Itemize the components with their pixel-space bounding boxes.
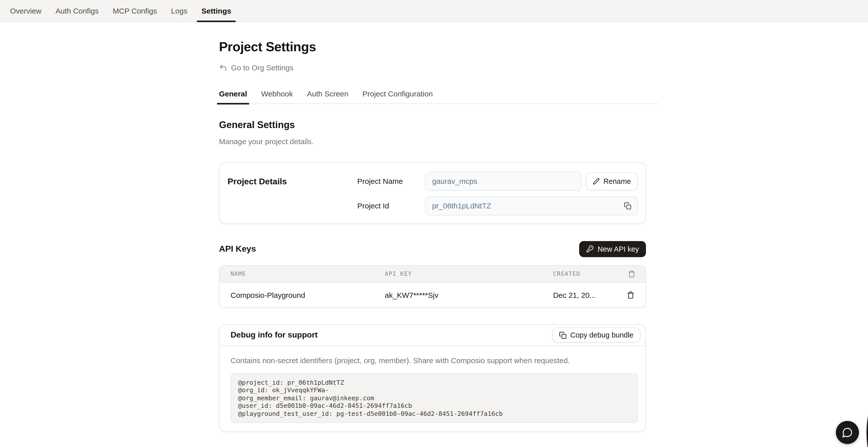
api-key-value-cell: ak_KW7*****Sjv — [385, 291, 553, 299]
code-line: @org_member_email: gaurav@inkeep.com — [238, 394, 630, 402]
message-bubble-icon — [842, 427, 853, 438]
nav-item-settings[interactable]: Settings — [202, 0, 231, 22]
debug-info-description: Contains non-secret identifiers (project… — [230, 356, 638, 364]
nav-item-overview[interactable]: Overview — [10, 0, 41, 22]
go-to-org-settings-link[interactable]: Go to Org Settings — [219, 63, 293, 72]
chat-widget-button[interactable] — [836, 421, 859, 444]
general-settings-section: General Settings Manage your project det… — [219, 119, 646, 447]
project-id-row: Project Id — [357, 196, 638, 215]
tab-webhook[interactable]: Webhook — [259, 89, 295, 104]
delete-api-key-button[interactable] — [626, 290, 636, 299]
general-settings-heading: General Settings — [219, 119, 646, 130]
project-id-label: Project Id — [357, 201, 425, 210]
key-icon — [586, 245, 594, 253]
copy-icon — [559, 331, 567, 339]
code-line: @org_id: ok_jVveqqkYFWa- — [238, 386, 630, 394]
code-line: @playground_test_user_id: pg-test-d5e001… — [238, 410, 630, 418]
copy-debug-bundle-button[interactable]: Copy debug bundle — [552, 327, 641, 343]
project-name-label: Project Name — [357, 177, 425, 185]
rename-label: Rename — [603, 177, 631, 185]
code-line: @user_id: d5e001b0-09ac-46d2-8451-2694ff… — [238, 402, 630, 410]
nav-item-auth-configs[interactable]: Auth Configs — [56, 0, 99, 22]
project-details-card: Project Details Project Name Rename — [219, 162, 646, 224]
project-details-title: Project Details — [227, 177, 357, 187]
copy-debug-bundle-label: Copy debug bundle — [570, 331, 633, 339]
column-header-api-key: API KEY — [385, 270, 553, 277]
api-keys-heading: API Keys — [219, 244, 256, 254]
trash-icon — [628, 270, 636, 278]
column-header-created: CREATED — [553, 270, 619, 277]
api-keys-table: NAME API KEY CREATED Composio-Playground… — [219, 265, 646, 308]
project-settings-page: Overview Auth Configs MCP Configs Logs S… — [0, 0, 868, 447]
api-keys-table-header: NAME API KEY CREATED — [219, 265, 646, 283]
project-name-row: Project Name Rename — [357, 171, 638, 191]
tab-general[interactable]: General — [217, 89, 249, 104]
api-key-name-cell: Composio-Playground — [219, 291, 385, 299]
nav-item-logs[interactable]: Logs — [171, 0, 187, 22]
api-keys-header: API Keys New API key — [219, 241, 646, 257]
copy-project-id-button[interactable] — [623, 201, 632, 211]
content-column: Project Settings Go to Org Settings Gene… — [219, 39, 658, 447]
debug-info-card: Debug info for support Copy debug bundle… — [219, 324, 646, 432]
debug-code-block: @project_id: pr_06th1pLdNtTZ@org_id: ok_… — [230, 373, 638, 423]
corner-up-left-icon — [219, 64, 227, 71]
edge-widget-sliver — [867, 332, 868, 447]
general-settings-description: Manage your project details. — [219, 137, 646, 146]
project-name-input[interactable] — [425, 171, 582, 191]
code-line: @project_id: pr_06th1pLdNtTZ — [238, 378, 630, 386]
pencil-icon — [593, 178, 600, 185]
tab-project-configuration[interactable]: Project Configuration — [361, 89, 435, 104]
tab-auth-screen[interactable]: Auth Screen — [305, 89, 350, 104]
copy-icon — [624, 202, 631, 210]
debug-info-title: Debug info for support — [230, 330, 318, 340]
settings-tabs: General Webhook Auth Screen Project Conf… — [219, 89, 658, 104]
page-title: Project Settings — [219, 39, 658, 55]
nav-item-mcp-configs[interactable]: MCP Configs — [113, 0, 157, 22]
rename-button[interactable]: Rename — [586, 172, 638, 190]
column-header-delete — [628, 270, 636, 278]
top-nav: Overview Auth Configs MCP Configs Logs S… — [0, 0, 868, 22]
new-api-key-label: New API key — [598, 245, 639, 253]
api-key-created-cell: Dec 21, 20... — [553, 291, 619, 299]
trash-icon — [627, 291, 634, 298]
go-to-org-settings-label: Go to Org Settings — [231, 63, 293, 72]
project-id-input[interactable] — [425, 196, 638, 215]
column-header-name: NAME — [219, 270, 385, 277]
table-row: Composio-Playground ak_KW7*****Sjv Dec 2… — [219, 283, 646, 307]
new-api-key-button[interactable]: New API key — [579, 241, 646, 257]
